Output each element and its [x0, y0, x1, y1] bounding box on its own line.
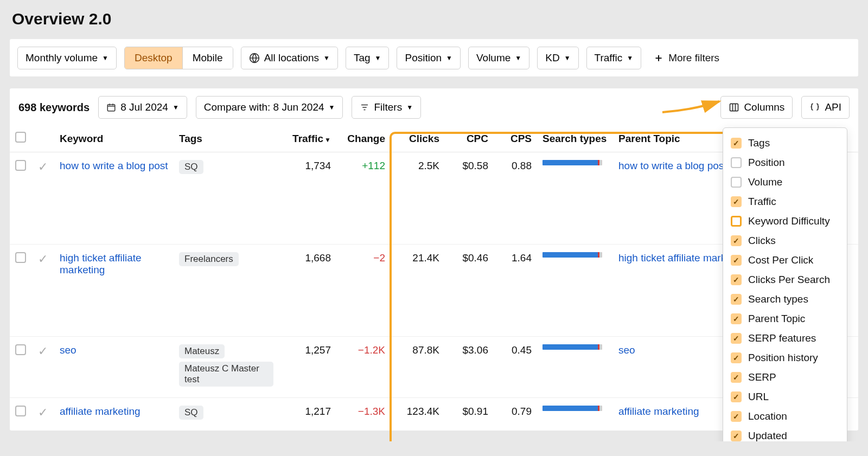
checkbox-icon: ✓ — [731, 372, 742, 383]
column-toggle[interactable]: Position — [730, 153, 840, 172]
tag-pill[interactable]: Freelancers — [179, 252, 239, 266]
kd-label: KD — [545, 52, 559, 64]
cps-value: 0.45 — [494, 337, 537, 398]
filters-dropdown[interactable]: Filters ▼ — [352, 96, 421, 119]
header-change[interactable]: Change — [336, 125, 391, 152]
header-cps[interactable]: CPS — [494, 125, 537, 152]
traffic-dropdown[interactable]: Traffic ▼ — [586, 47, 642, 69]
column-label: Position history — [748, 352, 818, 364]
keyword-link[interactable]: high ticket affiliate marketing — [60, 252, 142, 275]
monthly-volume-dropdown[interactable]: Monthly volume ▼ — [17, 47, 117, 69]
sort-desc-icon: ▼ — [324, 136, 331, 144]
column-toggle[interactable]: ✓SERP features — [730, 329, 840, 348]
api-button[interactable]: API — [801, 96, 850, 119]
columns-icon — [729, 102, 739, 113]
search-types-bar — [542, 344, 602, 350]
checkbox-icon: ✓ — [731, 391, 742, 402]
column-toggle[interactable]: Keyword Difficulty — [730, 211, 840, 231]
column-toggle[interactable]: ✓Clicks — [730, 231, 840, 251]
compare-label: Compare with: 8 Jun 2024 — [204, 101, 324, 113]
cps-value: 0.88 — [494, 152, 537, 245]
kd-dropdown[interactable]: KD ▼ — [537, 47, 578, 69]
columns-button[interactable]: Columns — [720, 96, 793, 119]
column-toggle[interactable]: ✓Clicks Per Search — [730, 270, 840, 290]
checkbox-icon: ✓ — [731, 255, 742, 266]
more-filters-button[interactable]: ＋ More filters — [649, 46, 724, 70]
caret-down-icon: ▼ — [323, 55, 330, 61]
tag-pill[interactable]: Mateusz C Master test — [179, 362, 273, 387]
traffic-value: 1,257 — [282, 337, 336, 398]
caret-down-icon: ▼ — [627, 55, 633, 61]
checkbox-icon — [731, 216, 742, 227]
column-toggle[interactable]: ✓Parent Topic — [730, 309, 840, 329]
change-value: +112 — [336, 152, 391, 245]
keyword-count: 698 keywords — [18, 101, 90, 114]
caret-down-icon: ▼ — [173, 104, 179, 111]
device-desktop-button[interactable]: Desktop — [125, 47, 182, 69]
tag-pill[interactable]: SQ — [179, 160, 203, 174]
compare-dropdown[interactable]: Compare with: 8 Jun 2024 ▼ — [196, 96, 343, 119]
traffic-value: 1,217 — [282, 398, 336, 431]
svg-rect-2 — [730, 104, 738, 111]
header-tags[interactable]: Tags — [174, 125, 282, 152]
tag-label: Tag — [354, 52, 371, 64]
date-label: 8 Jul 2024 — [120, 101, 168, 113]
column-toggle[interactable]: ✓Location — [730, 407, 840, 426]
column-label: Parent Topic — [748, 313, 805, 325]
column-label: Location — [748, 410, 787, 422]
volume-dropdown[interactable]: Volume ▼ — [468, 47, 529, 69]
date-picker-button[interactable]: 8 Jul 2024 ▼ — [98, 96, 187, 119]
row-checkbox[interactable] — [15, 344, 26, 355]
device-mobile-button[interactable]: Mobile — [182, 47, 233, 69]
header-cpc[interactable]: CPC — [445, 125, 494, 152]
caret-down-icon: ▼ — [446, 55, 452, 61]
header-keyword[interactable]: Keyword — [54, 125, 174, 152]
tag-pill[interactable]: SQ — [179, 406, 203, 420]
caret-down-icon: ▼ — [375, 55, 381, 61]
column-label: SERP features — [748, 332, 816, 344]
column-toggle[interactable]: ✓Updated — [730, 426, 840, 441]
row-checkbox[interactable] — [15, 252, 26, 263]
clicks-value: 21.4K — [391, 245, 445, 337]
select-all-checkbox[interactable] — [15, 132, 26, 143]
braces-icon — [809, 102, 820, 113]
keyword-link[interactable]: seo — [60, 344, 76, 356]
column-toggle[interactable]: Volume — [730, 172, 840, 192]
row-checkbox[interactable] — [15, 406, 26, 416]
caret-down-icon: ▼ — [329, 104, 335, 111]
column-label: Traffic — [748, 196, 776, 208]
parent-topic-link[interactable]: affiliate marketing — [618, 406, 699, 417]
position-dropdown[interactable]: Position ▼ — [397, 47, 461, 69]
checkbox-icon — [731, 177, 742, 188]
traffic-value: 1,734 — [282, 152, 336, 245]
column-toggle[interactable]: ✓URL — [730, 387, 840, 407]
column-label: Volume — [748, 176, 782, 188]
column-label: Keyword Difficulty — [748, 215, 830, 227]
column-toggle[interactable]: ✓SERP — [730, 368, 840, 387]
columns-popover: ✓TagsPositionVolume✓TrafficKeyword Diffi… — [723, 127, 847, 441]
header-clicks[interactable]: Clicks — [391, 125, 445, 152]
header-traffic[interactable]: Traffic▼ — [282, 125, 336, 152]
calendar-icon — [106, 102, 116, 112]
parent-topic-link[interactable]: how to write a blog post — [618, 160, 727, 171]
globe-icon — [249, 53, 260, 63]
locations-dropdown[interactable]: All locations ▼ — [241, 47, 338, 69]
column-toggle[interactable]: ✓Tags — [730, 133, 840, 153]
monthly-volume-label: Monthly volume — [25, 52, 98, 64]
more-filters-label: More filters — [668, 52, 719, 64]
column-toggle[interactable]: ✓Cost Per Click — [730, 251, 840, 270]
column-toggle[interactable]: ✓Traffic — [730, 192, 840, 211]
tag-pill[interactable]: Mateusz — [179, 344, 225, 358]
search-types-bar — [542, 252, 602, 258]
column-toggle[interactable]: ✓Position history — [730, 348, 840, 368]
cpc-value: $3.06 — [445, 337, 494, 398]
volume-label: Volume — [476, 52, 510, 64]
row-checkbox[interactable] — [15, 160, 26, 171]
keyword-link[interactable]: how to write a blog post — [60, 160, 168, 171]
column-toggle[interactable]: ✓Search types — [730, 290, 840, 309]
parent-topic-link[interactable]: seo — [618, 344, 635, 356]
header-search-types[interactable]: Search types — [537, 125, 613, 152]
column-label: Clicks — [748, 235, 776, 247]
keyword-link[interactable]: affiliate marketing — [60, 406, 141, 417]
tag-dropdown[interactable]: Tag ▼ — [346, 47, 390, 69]
